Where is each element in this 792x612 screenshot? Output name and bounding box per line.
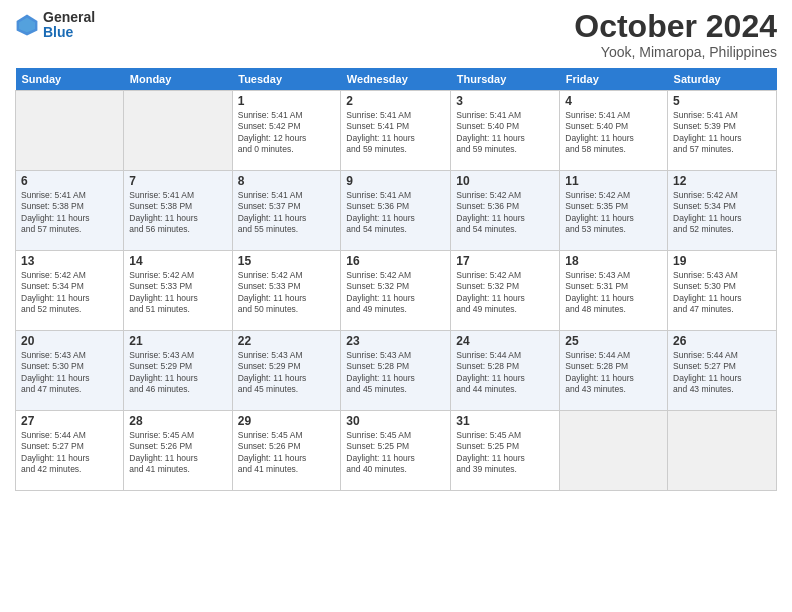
day-number: 15 [238, 254, 336, 268]
calendar-table: SundayMondayTuesdayWednesdayThursdayFrid… [15, 68, 777, 491]
calendar-cell: 29Sunrise: 5:45 AM Sunset: 5:26 PM Dayli… [232, 411, 341, 491]
day-number: 16 [346, 254, 445, 268]
title-area: October 2024 Yook, Mimaropa, Philippines [574, 10, 777, 60]
day-info: Sunrise: 5:41 AM Sunset: 5:36 PM Dayligh… [346, 190, 445, 236]
day-number: 14 [129, 254, 226, 268]
calendar-cell [124, 91, 232, 171]
day-info: Sunrise: 5:43 AM Sunset: 5:29 PM Dayligh… [129, 350, 226, 396]
day-info: Sunrise: 5:41 AM Sunset: 5:38 PM Dayligh… [129, 190, 226, 236]
calendar-cell: 21Sunrise: 5:43 AM Sunset: 5:29 PM Dayli… [124, 331, 232, 411]
calendar-cell: 13Sunrise: 5:42 AM Sunset: 5:34 PM Dayli… [16, 251, 124, 331]
day-info: Sunrise: 5:41 AM Sunset: 5:42 PM Dayligh… [238, 110, 336, 156]
day-number: 26 [673, 334, 771, 348]
header: General Blue October 2024 Yook, Mimaropa… [15, 10, 777, 60]
day-number: 6 [21, 174, 118, 188]
calendar-cell: 3Sunrise: 5:41 AM Sunset: 5:40 PM Daylig… [451, 91, 560, 171]
day-info: Sunrise: 5:42 AM Sunset: 5:34 PM Dayligh… [21, 270, 118, 316]
calendar-cell: 25Sunrise: 5:44 AM Sunset: 5:28 PM Dayli… [560, 331, 668, 411]
day-info: Sunrise: 5:42 AM Sunset: 5:34 PM Dayligh… [673, 190, 771, 236]
day-number: 10 [456, 174, 554, 188]
calendar-cell: 6Sunrise: 5:41 AM Sunset: 5:38 PM Daylig… [16, 171, 124, 251]
day-info: Sunrise: 5:43 AM Sunset: 5:28 PM Dayligh… [346, 350, 445, 396]
day-info: Sunrise: 5:41 AM Sunset: 5:37 PM Dayligh… [238, 190, 336, 236]
location: Yook, Mimaropa, Philippines [574, 44, 777, 60]
day-number: 4 [565, 94, 662, 108]
calendar-cell: 22Sunrise: 5:43 AM Sunset: 5:29 PM Dayli… [232, 331, 341, 411]
month-title: October 2024 [574, 10, 777, 42]
calendar-cell: 31Sunrise: 5:45 AM Sunset: 5:25 PM Dayli… [451, 411, 560, 491]
day-number: 7 [129, 174, 226, 188]
day-number: 27 [21, 414, 118, 428]
day-number: 3 [456, 94, 554, 108]
calendar-cell: 11Sunrise: 5:42 AM Sunset: 5:35 PM Dayli… [560, 171, 668, 251]
calendar-cell: 20Sunrise: 5:43 AM Sunset: 5:30 PM Dayli… [16, 331, 124, 411]
day-info: Sunrise: 5:41 AM Sunset: 5:40 PM Dayligh… [565, 110, 662, 156]
day-number: 28 [129, 414, 226, 428]
day-info: Sunrise: 5:42 AM Sunset: 5:35 PM Dayligh… [565, 190, 662, 236]
calendar-cell: 8Sunrise: 5:41 AM Sunset: 5:37 PM Daylig… [232, 171, 341, 251]
day-number: 18 [565, 254, 662, 268]
logo-general: General [43, 10, 95, 25]
calendar-cell: 23Sunrise: 5:43 AM Sunset: 5:28 PM Dayli… [341, 331, 451, 411]
calendar-cell: 26Sunrise: 5:44 AM Sunset: 5:27 PM Dayli… [668, 331, 777, 411]
day-number: 31 [456, 414, 554, 428]
calendar-cell: 4Sunrise: 5:41 AM Sunset: 5:40 PM Daylig… [560, 91, 668, 171]
day-info: Sunrise: 5:42 AM Sunset: 5:32 PM Dayligh… [346, 270, 445, 316]
logo-icon [15, 13, 39, 37]
calendar-cell: 2Sunrise: 5:41 AM Sunset: 5:41 PM Daylig… [341, 91, 451, 171]
day-number: 30 [346, 414, 445, 428]
weekday-header-friday: Friday [560, 68, 668, 91]
logo: General Blue [15, 10, 95, 41]
calendar-cell: 17Sunrise: 5:42 AM Sunset: 5:32 PM Dayli… [451, 251, 560, 331]
day-number: 13 [21, 254, 118, 268]
day-info: Sunrise: 5:41 AM Sunset: 5:40 PM Dayligh… [456, 110, 554, 156]
day-number: 19 [673, 254, 771, 268]
weekday-header-thursday: Thursday [451, 68, 560, 91]
logo-blue: Blue [43, 25, 95, 40]
day-number: 17 [456, 254, 554, 268]
calendar-cell: 16Sunrise: 5:42 AM Sunset: 5:32 PM Dayli… [341, 251, 451, 331]
day-number: 2 [346, 94, 445, 108]
day-info: Sunrise: 5:43 AM Sunset: 5:30 PM Dayligh… [21, 350, 118, 396]
calendar-page: General Blue October 2024 Yook, Mimaropa… [0, 0, 792, 612]
weekday-header-wednesday: Wednesday [341, 68, 451, 91]
day-info: Sunrise: 5:43 AM Sunset: 5:31 PM Dayligh… [565, 270, 662, 316]
day-info: Sunrise: 5:44 AM Sunset: 5:28 PM Dayligh… [456, 350, 554, 396]
weekday-header-row: SundayMondayTuesdayWednesdayThursdayFrid… [16, 68, 777, 91]
calendar-cell: 9Sunrise: 5:41 AM Sunset: 5:36 PM Daylig… [341, 171, 451, 251]
calendar-cell: 14Sunrise: 5:42 AM Sunset: 5:33 PM Dayli… [124, 251, 232, 331]
calendar-cell: 28Sunrise: 5:45 AM Sunset: 5:26 PM Dayli… [124, 411, 232, 491]
calendar-week-5: 27Sunrise: 5:44 AM Sunset: 5:27 PM Dayli… [16, 411, 777, 491]
calendar-cell [560, 411, 668, 491]
day-info: Sunrise: 5:44 AM Sunset: 5:28 PM Dayligh… [565, 350, 662, 396]
calendar-week-4: 20Sunrise: 5:43 AM Sunset: 5:30 PM Dayli… [16, 331, 777, 411]
calendar-cell: 30Sunrise: 5:45 AM Sunset: 5:25 PM Dayli… [341, 411, 451, 491]
day-info: Sunrise: 5:43 AM Sunset: 5:30 PM Dayligh… [673, 270, 771, 316]
day-number: 20 [21, 334, 118, 348]
calendar-cell: 19Sunrise: 5:43 AM Sunset: 5:30 PM Dayli… [668, 251, 777, 331]
day-number: 9 [346, 174, 445, 188]
day-info: Sunrise: 5:42 AM Sunset: 5:32 PM Dayligh… [456, 270, 554, 316]
day-number: 8 [238, 174, 336, 188]
calendar-week-2: 6Sunrise: 5:41 AM Sunset: 5:38 PM Daylig… [16, 171, 777, 251]
day-number: 24 [456, 334, 554, 348]
day-info: Sunrise: 5:42 AM Sunset: 5:33 PM Dayligh… [129, 270, 226, 316]
day-info: Sunrise: 5:45 AM Sunset: 5:26 PM Dayligh… [238, 430, 336, 476]
weekday-header-monday: Monday [124, 68, 232, 91]
day-info: Sunrise: 5:45 AM Sunset: 5:25 PM Dayligh… [346, 430, 445, 476]
calendar-week-3: 13Sunrise: 5:42 AM Sunset: 5:34 PM Dayli… [16, 251, 777, 331]
day-number: 1 [238, 94, 336, 108]
day-number: 12 [673, 174, 771, 188]
calendar-cell: 1Sunrise: 5:41 AM Sunset: 5:42 PM Daylig… [232, 91, 341, 171]
day-info: Sunrise: 5:42 AM Sunset: 5:33 PM Dayligh… [238, 270, 336, 316]
day-info: Sunrise: 5:42 AM Sunset: 5:36 PM Dayligh… [456, 190, 554, 236]
calendar-cell: 12Sunrise: 5:42 AM Sunset: 5:34 PM Dayli… [668, 171, 777, 251]
day-info: Sunrise: 5:44 AM Sunset: 5:27 PM Dayligh… [21, 430, 118, 476]
day-number: 5 [673, 94, 771, 108]
day-number: 22 [238, 334, 336, 348]
weekday-header-tuesday: Tuesday [232, 68, 341, 91]
day-number: 21 [129, 334, 226, 348]
day-info: Sunrise: 5:44 AM Sunset: 5:27 PM Dayligh… [673, 350, 771, 396]
calendar-cell [16, 91, 124, 171]
day-info: Sunrise: 5:41 AM Sunset: 5:39 PM Dayligh… [673, 110, 771, 156]
